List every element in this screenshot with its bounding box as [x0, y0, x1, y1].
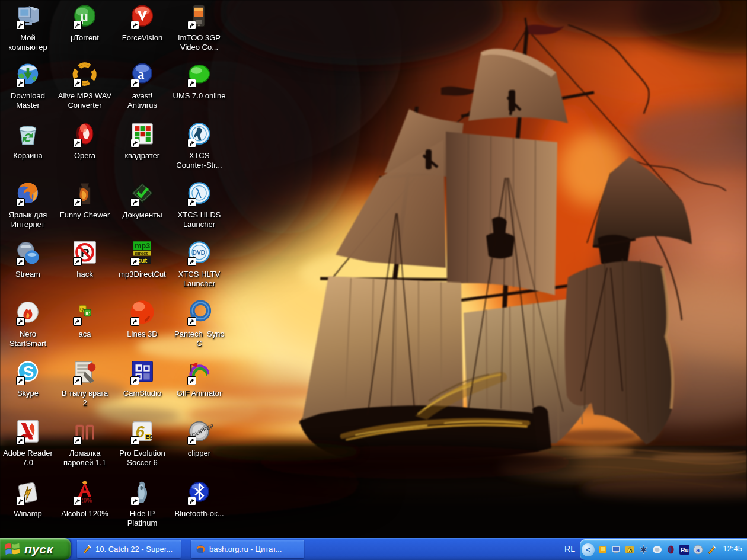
- svg-text:ES: ES: [146, 434, 153, 440]
- svg-text:a: a: [696, 546, 700, 553]
- svg-text:A: A: [629, 548, 632, 552]
- svg-text:IP: IP: [85, 311, 90, 316]
- svg-text:direct: direct: [135, 251, 148, 256]
- svg-text:Ru: Ru: [681, 547, 688, 553]
- svg-text:Q: Q: [80, 306, 84, 312]
- svg-text:mp3: mp3: [135, 242, 150, 250]
- svg-text:DVD: DVD: [193, 249, 206, 256]
